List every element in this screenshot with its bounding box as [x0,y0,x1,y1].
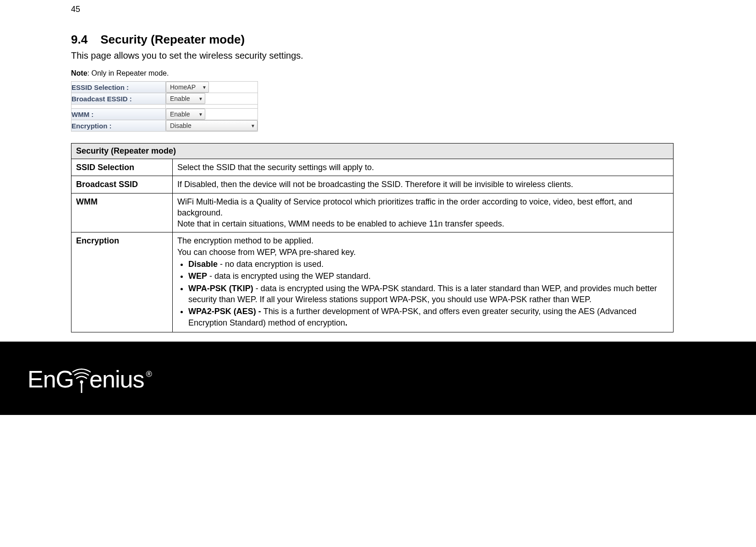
broadcast-cell: Enable ▼ [166,93,258,105]
encryption-select[interactable]: Disable ▼ [166,120,257,131]
desc-enc-b4-label: WPA2-PSK (AES) - [188,307,263,316]
spacer-row [71,105,258,109]
desc-enc-b4-period: . [345,318,347,327]
desc-row-wmm: WMM WiFi Multi-Media is a Quality of Ser… [71,193,674,232]
intro-text: This page allows you to set the wireless… [71,50,674,61]
note-body: : Only in Repeater mode. [88,69,169,77]
wmm-cell: Enable ▼ [166,109,258,120]
encryption-cell: Disable ▼ [166,120,258,132]
desc-row-ssid: SSID Selection Select the SSID that the … [71,159,674,176]
wmm-select-value: Enable [170,111,190,118]
desc-enc-item-wpapsk: WPA-PSK (TKIP) - data is encrypted using… [188,283,668,305]
broadcast-select-value: Enable [170,95,190,102]
wmm-label: WMM : [71,109,166,120]
chevron-down-icon: ▼ [202,85,207,90]
desc-enc-b2-label: WEP [188,271,207,281]
row-essid: ESSID Selection : HomeAP ▼ [71,82,258,93]
desc-enc-list: Disable - no data encryption is used. WE… [177,259,668,328]
logo-reg: ® [146,370,151,378]
desc-wmm-line1: WiFi Multi-Media is a Quality of Service… [177,197,632,217]
note-text: Note: Only in Repeater mode. [71,69,674,77]
note-label: Note [71,69,88,77]
section-title: Security (Repeater mode) [100,33,245,46]
section-heading: 9.4Security (Repeater mode) [71,33,674,47]
description-table: Security (Repeater mode) SSID Selection … [71,143,674,332]
desc-row-broadcast: Broadcast SSID If Disabled, then the dev… [71,176,674,193]
footer: EnG enius® [0,342,756,415]
wmm-select[interactable]: Enable ▼ [166,109,205,120]
desc-enc-b1-text: - no data encryption is used. [218,260,323,269]
desc-broadcast-val: If Disabled, then the device will not be… [173,176,674,193]
desc-enc-b1-label: Disable [188,260,218,269]
row-broadcast: Broadcast ESSID : Enable ▼ [71,93,258,105]
desc-enc-val: The encryption method to be applied. You… [173,232,674,332]
encryption-select-value: Disable [170,122,192,129]
desc-enc-intro2: You can choose from WEP, WPA pre-shared … [177,248,356,257]
desc-header: Security (Repeater mode) [71,144,674,159]
encryption-label: Encryption : [71,120,166,132]
broadcast-select[interactable]: Enable ▼ [166,93,205,104]
desc-enc-item-disable: Disable - no data encryption is used. [188,259,668,270]
essid-cell: HomeAP ▼ [166,82,258,93]
desc-wmm-key: WMM [71,193,173,232]
chevron-down-icon: ▼ [198,112,203,117]
row-wmm: WMM : Enable ▼ [71,109,258,120]
desc-enc-key: Encryption [71,232,173,332]
desc-enc-b3-label: WPA-PSK (TKIP) [188,284,253,293]
desc-enc-intro1: The encryption method to be applied. [177,236,313,245]
desc-header-row: Security (Repeater mode) [71,144,674,159]
broadcast-label: Broadcast ESSID : [71,93,166,105]
page-number: 45 [71,5,674,14]
desc-ssid-key: SSID Selection [71,159,173,176]
desc-enc-b3-text: - data is encrypted using the WPA-PSK st… [188,284,657,304]
chevron-down-icon: ▼ [251,123,255,128]
desc-ssid-val: Select the SSID that the security settin… [173,159,674,176]
engenius-logo: EnG enius® [27,365,152,391]
desc-enc-b2-text: - data is encrypted using the WEP standa… [207,271,371,281]
desc-enc-item-wpa2psk: WPA2-PSK (AES) - This is a further devel… [188,306,668,328]
desc-broadcast-key: Broadcast SSID [71,176,173,193]
row-encryption: Encryption : Disable ▼ [71,120,258,132]
svg-rect-1 [81,383,82,393]
essid-select[interactable]: HomeAP ▼ [166,82,209,93]
desc-wmm-val: WiFi Multi-Media is a Quality of Service… [173,193,674,232]
desc-row-encryption: Encryption The encryption method to be a… [71,232,674,332]
logo-part3: enius [89,367,144,391]
desc-wmm-line2: Note that in certain situations, WMM nee… [177,219,504,228]
essid-select-value: HomeAP [170,83,196,91]
chevron-down-icon: ▼ [198,96,203,101]
essid-label: ESSID Selection : [71,82,166,93]
section-number: 9.4 [71,33,88,47]
logo-part1: En [27,367,56,391]
settings-form-table: ESSID Selection : HomeAP ▼ Broadcast ESS… [71,81,258,132]
desc-enc-item-wep: WEP - data is encrypted using the WEP st… [188,271,668,282]
